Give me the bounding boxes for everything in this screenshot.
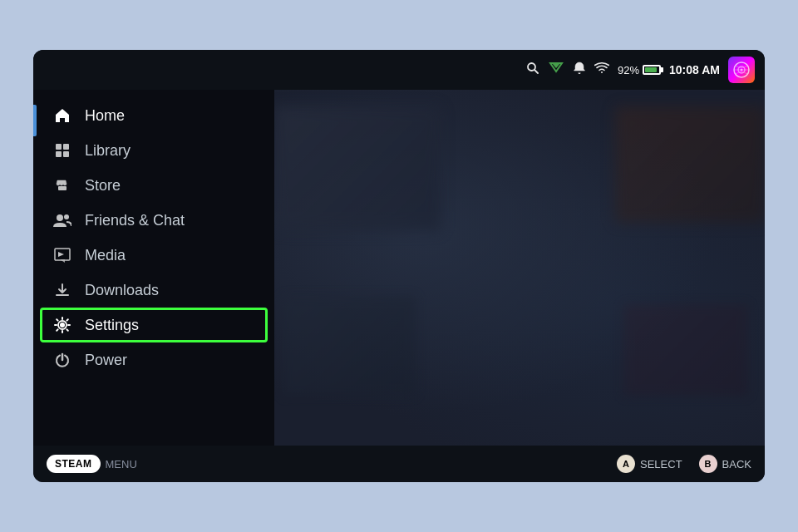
sidebar-item-store[interactable]: Store (33, 168, 274, 203)
bg-game-1 (274, 106, 441, 231)
v-logo-icon (548, 60, 564, 80)
power-icon (53, 351, 71, 369)
bottom-bar: STEAM MENU A SELECT B BACK (33, 446, 765, 482)
avatar[interactable] (728, 57, 755, 83)
downloads-icon (53, 281, 71, 299)
sidebar-item-library-label: Library (85, 142, 131, 160)
sidebar-item-downloads-label: Downloads (85, 282, 159, 299)
back-label: BACK (722, 458, 751, 470)
notification-icon[interactable] (573, 62, 586, 78)
sidebar-item-store-label: Store (85, 177, 121, 195)
svg-rect-12 (58, 186, 66, 190)
svg-rect-10 (56, 151, 62, 157)
sidebar-item-settings[interactable]: Settings (40, 308, 268, 342)
svg-point-13 (57, 214, 63, 221)
bg-game-2 (615, 106, 765, 223)
library-icon (53, 141, 71, 160)
battery-percentage: 92% (618, 64, 639, 76)
media-icon (53, 246, 71, 264)
svg-line-1 (534, 70, 538, 73)
a-button[interactable]: A (617, 455, 635, 473)
clock-display: 10:08 AM (669, 63, 720, 76)
sidebar-item-power-label: Power (85, 352, 127, 369)
svg-rect-8 (56, 144, 62, 150)
svg-rect-9 (63, 144, 69, 150)
sidebar-item-friends-chat-label: Friends & Chat (85, 212, 185, 229)
device-frame: 92% 10:08 AM (33, 50, 765, 482)
sidebar-item-media-label: Media (85, 247, 126, 264)
battery-icon (643, 65, 661, 75)
menu-label: MENU (106, 458, 137, 470)
store-icon (53, 176, 71, 195)
settings-icon (53, 316, 71, 334)
sidebar-item-home-label: Home (85, 107, 125, 125)
svg-marker-17 (58, 252, 64, 257)
svg-point-21 (61, 323, 65, 328)
main-content: Home Library (33, 90, 765, 446)
bg-game-4 (623, 304, 748, 396)
sidebar-item-friends-chat[interactable]: Friends & Chat (33, 203, 274, 238)
top-bar-icons: 92% 10:08 AM (526, 57, 755, 83)
sidebar: Home Library (33, 90, 274, 446)
home-icon (53, 106, 71, 125)
svg-rect-11 (63, 151, 69, 157)
battery-indicator: 92% (618, 64, 661, 76)
select-label: SELECT (640, 458, 682, 470)
search-icon[interactable] (526, 62, 539, 78)
select-button-group[interactable]: A SELECT (617, 455, 682, 473)
sidebar-item-settings-label: Settings (85, 317, 139, 334)
sidebar-item-media[interactable]: Media (33, 238, 274, 273)
sidebar-item-power[interactable]: Power (33, 342, 274, 377)
steam-button[interactable]: STEAM (47, 455, 101, 473)
sidebar-item-library[interactable]: Library (33, 133, 274, 168)
sidebar-item-home[interactable]: Home (33, 98, 274, 133)
top-bar: 92% 10:08 AM (33, 50, 765, 90)
b-button[interactable]: B (699, 455, 717, 473)
friends-chat-icon (53, 211, 71, 229)
svg-point-14 (64, 214, 69, 219)
bg-game-3 (283, 296, 416, 396)
back-button-group[interactable]: B BACK (699, 455, 751, 473)
content-area (274, 90, 765, 446)
wireless-icon (594, 62, 609, 77)
sidebar-item-downloads[interactable]: Downloads (33, 273, 274, 308)
